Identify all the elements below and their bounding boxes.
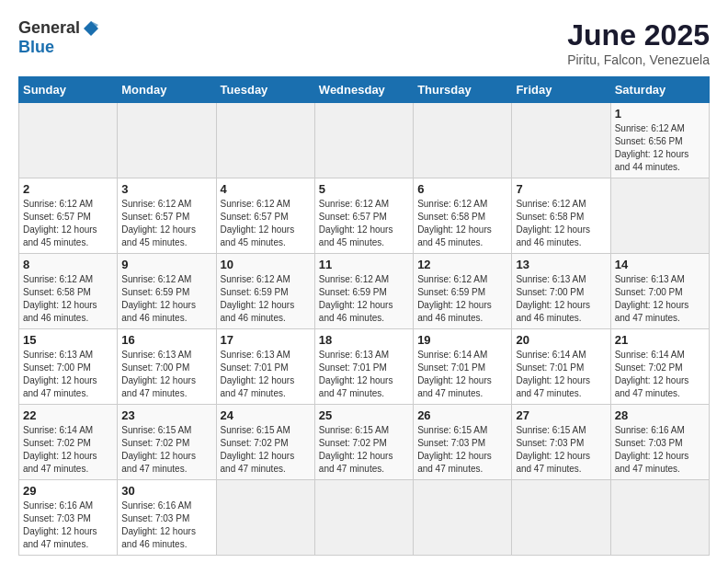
- day-cell: 19Sunrise: 6:14 AMSunset: 7:01 PMDayligh…: [414, 329, 512, 405]
- day-cell: 27Sunrise: 6:15 AMSunset: 7:03 PMDayligh…: [512, 405, 610, 480]
- day-of-week-header: Thursday: [414, 77, 512, 103]
- day-of-week-header: Sunday: [19, 77, 118, 103]
- day-detail: Sunrise: 6:13 AMSunset: 7:00 PMDaylight:…: [23, 350, 97, 398]
- day-cell: 13Sunrise: 6:13 AMSunset: 7:00 PMDayligh…: [512, 254, 610, 329]
- day-detail: Sunrise: 6:13 AMSunset: 7:01 PMDaylight:…: [319, 350, 393, 398]
- day-detail: Sunrise: 6:12 AMSunset: 6:56 PMDaylight:…: [615, 123, 689, 172]
- day-detail: Sunrise: 6:15 AMSunset: 7:02 PMDaylight:…: [221, 425, 295, 474]
- day-detail: Sunrise: 6:12 AMSunset: 6:57 PMDaylight:…: [221, 199, 295, 247]
- empty-day-cell: [118, 103, 216, 178]
- page-header: General Blue June 2025 Piritu, Falcon, V…: [18, 18, 710, 67]
- day-cell: 17Sunrise: 6:13 AMSunset: 7:01 PMDayligh…: [216, 329, 314, 405]
- day-detail: Sunrise: 6:13 AMSunset: 7:01 PMDaylight:…: [221, 350, 295, 398]
- day-cell: 20Sunrise: 6:14 AMSunset: 7:01 PMDayligh…: [512, 329, 610, 405]
- day-cell: 9Sunrise: 6:12 AMSunset: 6:59 PMDaylight…: [118, 254, 216, 329]
- day-cell: 23Sunrise: 6:15 AMSunset: 7:02 PMDayligh…: [118, 405, 216, 480]
- day-cell: [610, 480, 709, 556]
- day-number: 17: [221, 333, 311, 347]
- day-detail: Sunrise: 6:12 AMSunset: 6:57 PMDaylight:…: [23, 199, 97, 247]
- day-of-week-header: Wednesday: [314, 77, 413, 103]
- day-cell: 11Sunrise: 6:12 AMSunset: 6:59 PMDayligh…: [314, 254, 413, 329]
- day-of-week-header: Friday: [512, 77, 610, 103]
- day-number: 29: [23, 484, 113, 498]
- day-of-week-header: Tuesday: [216, 77, 314, 103]
- day-cell: 8Sunrise: 6:12 AMSunset: 6:58 PMDaylight…: [19, 254, 118, 329]
- empty-day-cell: [314, 103, 413, 178]
- day-cell: 29Sunrise: 6:16 AMSunset: 7:03 PMDayligh…: [19, 480, 118, 556]
- day-detail: Sunrise: 6:15 AMSunset: 7:03 PMDaylight:…: [417, 425, 492, 474]
- day-cell: [512, 480, 610, 556]
- logo-blue-text: Blue: [18, 38, 54, 56]
- day-cell: 24Sunrise: 6:15 AMSunset: 7:02 PMDayligh…: [216, 405, 314, 480]
- day-number: 27: [516, 408, 606, 422]
- empty-day-cell: [19, 103, 118, 178]
- day-number: 6: [417, 182, 507, 196]
- day-detail: Sunrise: 6:14 AMSunset: 7:02 PMDaylight:…: [615, 350, 689, 398]
- day-cell: 14Sunrise: 6:13 AMSunset: 7:00 PMDayligh…: [610, 254, 709, 329]
- day-number: 1: [615, 107, 705, 121]
- calendar-week-row: 22Sunrise: 6:14 AMSunset: 7:02 PMDayligh…: [19, 405, 710, 480]
- day-detail: Sunrise: 6:14 AMSunset: 7:01 PMDaylight:…: [516, 350, 590, 398]
- day-detail: Sunrise: 6:15 AMSunset: 7:03 PMDaylight:…: [516, 425, 590, 474]
- day-detail: Sunrise: 6:12 AMSunset: 6:59 PMDaylight:…: [121, 274, 196, 323]
- day-detail: Sunrise: 6:12 AMSunset: 6:59 PMDaylight:…: [319, 274, 393, 323]
- day-detail: Sunrise: 6:12 AMSunset: 6:58 PMDaylight:…: [417, 199, 492, 247]
- day-cell: 16Sunrise: 6:13 AMSunset: 7:00 PMDayligh…: [118, 329, 216, 405]
- day-cell: [314, 480, 413, 556]
- day-cell: 7Sunrise: 6:12 AMSunset: 6:58 PMDaylight…: [512, 178, 610, 254]
- day-number: 30: [121, 484, 211, 498]
- day-number: 5: [319, 182, 409, 196]
- day-number: 11: [319, 258, 409, 271]
- empty-day-cell: [414, 103, 512, 178]
- day-cell: 10Sunrise: 6:12 AMSunset: 6:59 PMDayligh…: [216, 254, 314, 329]
- calendar-week-row: 1Sunrise: 6:12 AMSunset: 6:56 PMDaylight…: [19, 103, 710, 178]
- calendar-header-row: SundayMondayTuesdayWednesdayThursdayFrid…: [19, 77, 710, 103]
- calendar-week-row: 2Sunrise: 6:12 AMSunset: 6:57 PMDaylight…: [19, 178, 710, 254]
- day-detail: Sunrise: 6:12 AMSunset: 6:59 PMDaylight:…: [417, 274, 492, 323]
- day-number: 8: [23, 258, 113, 271]
- day-cell: 25Sunrise: 6:15 AMSunset: 7:02 PMDayligh…: [314, 405, 413, 480]
- day-cell: 6Sunrise: 6:12 AMSunset: 6:58 PMDaylight…: [414, 178, 512, 254]
- day-detail: Sunrise: 6:16 AMSunset: 7:03 PMDaylight:…: [23, 500, 97, 549]
- day-detail: Sunrise: 6:15 AMSunset: 7:02 PMDaylight:…: [319, 425, 393, 474]
- day-cell: [216, 480, 314, 556]
- day-number: 21: [615, 333, 705, 347]
- day-number: 18: [319, 333, 409, 347]
- day-number: 26: [417, 408, 507, 422]
- day-cell: 3Sunrise: 6:12 AMSunset: 6:57 PMDaylight…: [118, 178, 216, 254]
- day-number: 22: [23, 408, 113, 422]
- day-cell: 12Sunrise: 6:12 AMSunset: 6:59 PMDayligh…: [414, 254, 512, 329]
- day-number: 24: [221, 408, 311, 422]
- day-number: 14: [615, 258, 705, 271]
- day-number: 23: [121, 408, 211, 422]
- day-detail: Sunrise: 6:13 AMSunset: 7:00 PMDaylight:…: [516, 274, 590, 323]
- day-detail: Sunrise: 6:15 AMSunset: 7:02 PMDaylight:…: [121, 425, 196, 474]
- calendar-subtitle: Piritu, Falcon, Venezuela: [567, 52, 710, 67]
- day-cell: 28Sunrise: 6:16 AMSunset: 7:03 PMDayligh…: [610, 405, 709, 480]
- calendar-title: June 2025: [567, 18, 710, 52]
- day-number: 10: [221, 258, 311, 271]
- day-detail: Sunrise: 6:13 AMSunset: 7:00 PMDaylight:…: [615, 274, 689, 323]
- day-detail: Sunrise: 6:16 AMSunset: 7:03 PMDaylight:…: [121, 500, 196, 549]
- day-detail: Sunrise: 6:12 AMSunset: 6:57 PMDaylight:…: [121, 199, 196, 247]
- logo: General Blue: [18, 18, 100, 57]
- calendar-week-row: 8Sunrise: 6:12 AMSunset: 6:58 PMDaylight…: [19, 254, 710, 329]
- empty-day-cell: [512, 103, 610, 178]
- logo-block: General Blue: [18, 18, 100, 57]
- day-detail: Sunrise: 6:14 AMSunset: 7:02 PMDaylight:…: [23, 425, 97, 474]
- day-cell: 30Sunrise: 6:16 AMSunset: 7:03 PMDayligh…: [118, 480, 216, 556]
- day-detail: Sunrise: 6:12 AMSunset: 6:57 PMDaylight:…: [319, 199, 393, 247]
- day-detail: Sunrise: 6:12 AMSunset: 6:59 PMDaylight:…: [221, 274, 295, 323]
- day-cell: 4Sunrise: 6:12 AMSunset: 6:57 PMDaylight…: [216, 178, 314, 254]
- calendar-week-row: 15Sunrise: 6:13 AMSunset: 7:00 PMDayligh…: [19, 329, 710, 405]
- day-number: 15: [23, 333, 113, 347]
- day-cell: [610, 178, 709, 254]
- title-block: June 2025 Piritu, Falcon, Venezuela: [567, 18, 710, 67]
- day-number: 9: [121, 258, 211, 271]
- day-detail: Sunrise: 6:13 AMSunset: 7:00 PMDaylight:…: [121, 350, 196, 398]
- day-detail: Sunrise: 6:16 AMSunset: 7:03 PMDaylight:…: [615, 425, 689, 474]
- day-cell: 5Sunrise: 6:12 AMSunset: 6:57 PMDaylight…: [314, 178, 413, 254]
- day-cell: 2Sunrise: 6:12 AMSunset: 6:57 PMDaylight…: [19, 178, 118, 254]
- logo-general-text: General: [18, 18, 80, 38]
- day-cell: 22Sunrise: 6:14 AMSunset: 7:02 PMDayligh…: [19, 405, 118, 480]
